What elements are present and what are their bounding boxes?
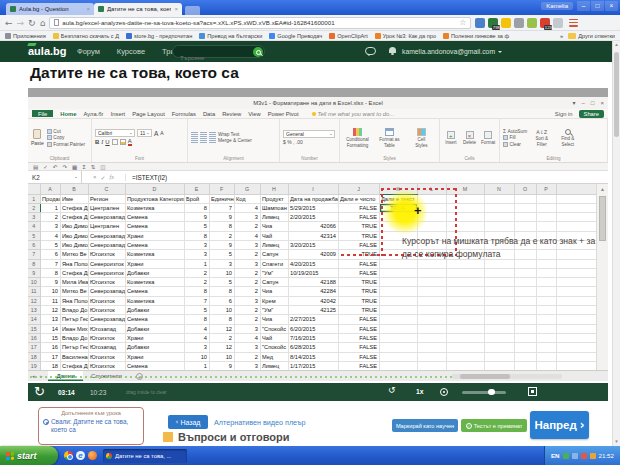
- cell-A11[interactable]: 10: [40, 287, 60, 296]
- cell-M18[interactable]: [446, 352, 484, 361]
- cell-G5[interactable]: 4: [234, 231, 260, 240]
- cell-O17[interactable]: [514, 343, 536, 352]
- row-header-15[interactable]: 15: [28, 324, 40, 333]
- ribbon-options-icon[interactable]: ▾: [573, 97, 576, 109]
- cell-O10[interactable]: [514, 278, 536, 287]
- tray-volume-icon[interactable]: [572, 453, 578, 459]
- cell-F16[interactable]: 2: [209, 333, 234, 342]
- cell-B10[interactable]: Мила Ива: [60, 278, 88, 287]
- cell-M2[interactable]: [446, 203, 484, 212]
- cell-E16[interactable]: 4: [184, 333, 209, 342]
- tab-close-icon[interactable]: ×: [174, 6, 178, 12]
- url-text[interactable]: aula.bg/excel-analyzes-datite-ne-sa-tova…: [62, 19, 456, 26]
- cell-P15[interactable]: [536, 324, 556, 333]
- cell-D9[interactable]: Добавки: [125, 268, 184, 277]
- cell-I13[interactable]: 42125: [288, 306, 338, 315]
- cell-F18[interactable]: 10: [209, 352, 234, 361]
- cell-E7[interactable]: 3: [184, 250, 209, 259]
- cell-N10[interactable]: [484, 278, 514, 287]
- back-button[interactable]: ‹Назад: [168, 415, 208, 429]
- cell-F17[interactable]: 12: [209, 343, 234, 352]
- cell-P11[interactable]: [536, 287, 556, 296]
- cell-J1[interactable]: Дали е число: [338, 194, 379, 203]
- messages-icon[interactable]: [365, 47, 376, 55]
- mail-extension-icon[interactable]: 123: [540, 18, 550, 28]
- cell-M3[interactable]: [446, 213, 484, 222]
- row-header-17[interactable]: 17: [28, 343, 40, 352]
- maps-extension-icon[interactable]: [527, 18, 537, 28]
- cell-J17[interactable]: FALSE: [338, 343, 379, 352]
- align-right-icon[interactable]: [209, 138, 216, 143]
- cell-K5[interactable]: [379, 231, 417, 240]
- cell-J9[interactable]: FALSE: [338, 268, 379, 277]
- cell-N3[interactable]: [484, 213, 514, 222]
- cell-P9[interactable]: [536, 268, 556, 277]
- column-header-K[interactable]: K: [379, 184, 417, 194]
- tray-update-icon[interactable]: [581, 453, 587, 459]
- cell-C3[interactable]: Северозапад: [88, 213, 125, 222]
- cell-H4[interactable]: Чиа: [260, 222, 288, 231]
- cell-C2[interactable]: Централен: [88, 203, 125, 212]
- cell-I17[interactable]: 6/28/2015: [288, 343, 338, 352]
- cell-L2[interactable]: [417, 203, 446, 212]
- cell-H10[interactable]: Сапун: [260, 278, 288, 287]
- cell-P1[interactable]: [536, 194, 556, 203]
- restore-button[interactable]: □: [591, 1, 604, 11]
- cell-E18[interactable]: 10: [184, 352, 209, 361]
- cell-F9[interactable]: 10: [209, 268, 234, 277]
- cell-G11[interactable]: 2: [234, 287, 260, 296]
- cell-O4[interactable]: [514, 222, 536, 231]
- cell-H1[interactable]: Продукт: [260, 194, 288, 203]
- select-all-corner[interactable]: [28, 184, 40, 194]
- scroll-up-icon[interactable]: ▲: [613, 41, 620, 49]
- cell-M11[interactable]: [446, 287, 484, 296]
- cell-N13[interactable]: [484, 306, 514, 315]
- cell-K10[interactable]: [379, 278, 417, 287]
- cell-J15[interactable]: FALSE: [338, 324, 379, 333]
- language-indicator[interactable]: EN: [551, 452, 560, 459]
- clock[interactable]: 21:52: [599, 452, 614, 459]
- cell-C6[interactable]: Северозапад: [88, 240, 125, 249]
- cell-D2[interactable]: Козметика: [125, 203, 184, 212]
- row-header-10[interactable]: 10: [28, 278, 40, 287]
- share-extension-icon[interactable]: [553, 18, 563, 28]
- cell-G14[interactable]: 2: [234, 315, 260, 324]
- scrollbar-thumb[interactable]: [614, 52, 619, 137]
- grow-font-button[interactable]: A: [154, 130, 158, 137]
- cell-C14[interactable]: Северозапад: [88, 315, 125, 324]
- cell-M16[interactable]: [446, 333, 484, 342]
- column-header-A[interactable]: A: [40, 184, 60, 194]
- cell-I18[interactable]: 8/14/2015: [288, 352, 338, 361]
- cell-L10[interactable]: [417, 278, 446, 287]
- browser-tab-2[interactable]: Датите не са това, което с×: [94, 3, 182, 15]
- cell-I6[interactable]: 3/20/2015: [288, 240, 338, 249]
- cell-B14[interactable]: Петър Гео: [60, 315, 88, 324]
- cell-E3[interactable]: 9: [184, 213, 209, 222]
- cell-B2[interactable]: Стефка Ди: [60, 203, 88, 212]
- cell-H6[interactable]: Лимец: [260, 240, 288, 249]
- cell-L8[interactable]: [417, 259, 446, 268]
- cell-J12[interactable]: TRUE: [338, 296, 379, 305]
- row-header-13[interactable]: 13: [28, 306, 40, 315]
- cell-O2[interactable]: [514, 203, 536, 212]
- cell-B18[interactable]: Василена: [60, 352, 88, 361]
- cell-A5[interactable]: 4: [40, 231, 60, 240]
- cell-M14[interactable]: [446, 315, 484, 324]
- cell-F15[interactable]: 12: [209, 324, 234, 333]
- cell-A9[interactable]: 8: [40, 268, 60, 277]
- row-header-5[interactable]: 5: [28, 231, 40, 240]
- lesson-video[interactable]: M3v1 - Форматиране на дати в Excel.xlsx …: [28, 88, 608, 401]
- row-header-11[interactable]: 11: [28, 287, 40, 296]
- cell-styles-button[interactable]: CellStyles: [407, 128, 436, 148]
- borders-button[interactable]: [112, 139, 118, 145]
- excel-tab-5[interactable]: Page Layout: [132, 111, 165, 117]
- format-cells-button[interactable]: Format: [480, 131, 496, 145]
- row-header-8[interactable]: 8: [28, 259, 40, 268]
- cell-N18[interactable]: [484, 352, 514, 361]
- cell-F6[interactable]: 9: [209, 240, 234, 249]
- column-header-P[interactable]: P: [536, 184, 556, 194]
- cell-L16[interactable]: [417, 333, 446, 342]
- cell-K9[interactable]: [379, 268, 417, 277]
- volume-slider[interactable]: [462, 391, 506, 394]
- excel-vertical-scrollbar[interactable]: ▲: [596, 184, 608, 370]
